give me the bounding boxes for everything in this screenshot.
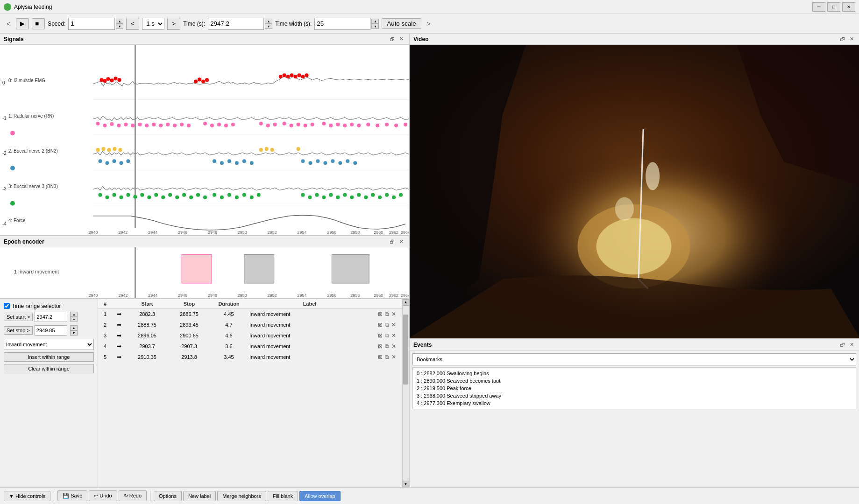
row-resize-button[interactable]: ⊠ <box>377 321 383 329</box>
autoscale-button[interactable]: Auto scale <box>382 18 421 29</box>
new-label-button[interactable]: New label <box>183 491 216 501</box>
time-down-button[interactable]: ▼ <box>265 24 272 29</box>
epoch-close-button[interactable]: ✕ <box>398 238 405 245</box>
row-delete-button[interactable]: ✕ <box>391 353 397 361</box>
row-copy-button[interactable]: ⧉ <box>384 353 390 361</box>
events-close-button[interactable]: ✕ <box>848 341 855 348</box>
row-delete-button[interactable]: ✕ <box>391 332 397 339</box>
set-start-button[interactable]: Set start > <box>4 313 33 321</box>
row-copy-button[interactable]: ⧉ <box>384 343 390 350</box>
svg-point-124 <box>257 193 261 197</box>
set-start-input[interactable] <box>35 312 67 322</box>
row-delete-button[interactable]: ✕ <box>391 343 397 350</box>
time-width-up-button[interactable]: ▲ <box>371 19 379 24</box>
scroll-up-button[interactable]: ▲ <box>403 299 409 306</box>
event-item[interactable]: 2 : 2919.500 Peak force <box>415 385 854 392</box>
set-stop-button[interactable]: Set stop > <box>4 326 33 335</box>
row-label: Inward movement <box>248 343 372 349</box>
nav-back-button[interactable]: < <box>4 19 13 28</box>
row-resize-button[interactable]: ⊠ <box>377 343 383 350</box>
row-resize-button[interactable]: ⊠ <box>377 310 383 318</box>
svg-text:4: Force: 4: Force <box>8 218 26 223</box>
svg-text:-4: -4 <box>2 221 7 226</box>
row-delete-button[interactable]: ✕ <box>391 310 397 318</box>
set-stop-down[interactable]: ▼ <box>70 330 78 336</box>
row-stop: 2913.8 <box>168 354 210 360</box>
redo-button[interactable]: ↻ Redo <box>119 490 147 501</box>
row-arrow[interactable]: ➡ <box>112 343 126 350</box>
svg-point-130 <box>336 196 340 199</box>
svg-text:1  Inward movement: 1 Inward movement <box>14 269 59 274</box>
svg-text:2952: 2952 <box>268 293 277 298</box>
time-next-button[interactable]: > <box>167 18 180 30</box>
scroll-down-button[interactable]: ▼ <box>403 481 409 487</box>
epoch-panel-header: Epoch encoder 🗗 ✕ <box>0 236 409 247</box>
play-button[interactable]: ▶ <box>16 18 29 29</box>
video-restore-button[interactable]: 🗗 <box>838 35 846 42</box>
set-start-down[interactable]: ▼ <box>70 317 78 322</box>
row-arrow[interactable]: ➡ <box>112 354 126 360</box>
time-step-select[interactable]: 1 s <box>142 18 164 30</box>
svg-point-115 <box>189 196 193 199</box>
row-copy-button[interactable]: ⧉ <box>384 321 390 329</box>
row-resize-button[interactable]: ⊠ <box>377 332 383 339</box>
row-label: Inward movement <box>248 333 372 338</box>
time-prev-button[interactable]: < <box>126 18 139 30</box>
minimize-button[interactable]: ─ <box>812 2 825 12</box>
video-content[interactable] <box>410 45 859 338</box>
stop-button[interactable]: ■ <box>32 18 45 29</box>
row-arrow[interactable]: ➡ <box>112 322 126 328</box>
bookmarks-dropdown[interactable]: Bookmarks <box>412 353 856 365</box>
event-item[interactable]: 0 : 2882.000 Swallowing begins <box>415 370 854 377</box>
row-copy-button[interactable]: ⧉ <box>384 332 390 339</box>
options-button[interactable]: Options <box>154 491 182 501</box>
signals-restore-button[interactable]: 🗗 <box>388 35 396 42</box>
row-resize-button[interactable]: ⊠ <box>377 353 383 361</box>
maximize-button[interactable]: □ <box>827 2 840 12</box>
video-close-button[interactable]: ✕ <box>848 35 855 42</box>
merge-neighbors-button[interactable]: Merge neighbors <box>217 491 266 501</box>
time-up-button[interactable]: ▲ <box>265 19 272 24</box>
insert-within-range-button[interactable]: Insert within range <box>4 352 94 362</box>
set-stop-input[interactable] <box>35 325 67 336</box>
epoch-canvas[interactable]: 1 Inward movement <box>0 247 409 298</box>
events-restore-button[interactable]: 🗗 <box>838 341 846 348</box>
row-actions: ⊠ ⧉ ✕ <box>372 332 402 339</box>
fill-blank-button[interactable]: Fill blank <box>268 491 298 501</box>
row-arrow[interactable]: ➡ <box>112 332 126 339</box>
undo-button[interactable]: ↩ Undo <box>89 490 117 501</box>
clear-within-range-button[interactable]: Clear within range <box>4 364 94 373</box>
svg-point-108 <box>140 193 144 197</box>
svg-point-126 <box>308 196 312 199</box>
save-button[interactable]: 💾 Save <box>57 490 87 501</box>
svg-point-30 <box>294 75 298 78</box>
row-arrow[interactable]: ➡ <box>112 311 126 317</box>
signals-canvas[interactable]: 0 -1 -2 -3 -4 0: I2 muscle EMG 1: Radula… <box>0 45 409 235</box>
row-delete-button[interactable]: ✕ <box>391 321 397 329</box>
time-width-down-button[interactable]: ▼ <box>371 24 379 29</box>
event-item[interactable]: 4 : 2977.300 Exemplary swallow <box>415 399 854 407</box>
svg-point-21 <box>117 78 121 82</box>
hide-controls-button[interactable]: ▼ Hide controls <box>4 491 50 501</box>
row-copy-button[interactable]: ⧉ <box>384 310 390 318</box>
svg-point-138 <box>392 196 396 199</box>
signals-close-button[interactable]: ✕ <box>398 35 405 42</box>
event-item[interactable]: 3 : 2968.000 Seaweed stripped away <box>415 392 854 399</box>
speed-input[interactable] <box>68 18 115 30</box>
table-body[interactable]: 1 ➡ 2882.3 2886.75 4.45 Inward movement … <box>98 309 402 487</box>
speed-down-button[interactable]: ▼ <box>116 24 123 29</box>
nav-forward-button[interactable]: > <box>424 19 433 28</box>
event-item[interactable]: 1 : 2890.000 Seaweed becomes taut <box>415 377 854 385</box>
set-start-up[interactable]: ▲ <box>70 312 78 317</box>
signals-panel-header: Signals 🗗 ✕ <box>0 34 409 45</box>
time-width-input[interactable] <box>314 18 370 30</box>
speed-up-button[interactable]: ▲ <box>116 19 123 24</box>
time-input[interactable] <box>208 18 264 30</box>
set-stop-up[interactable]: ▲ <box>70 325 78 330</box>
table-scrollbar[interactable]: ▲ ▼ <box>402 299 409 487</box>
time-range-checkbox[interactable] <box>4 303 10 309</box>
epoch-type-select[interactable]: Inward movement <box>4 339 94 350</box>
epoch-restore-button[interactable]: 🗗 <box>388 238 396 245</box>
allow-overlap-button[interactable]: Allow overlap <box>299 491 340 501</box>
close-button[interactable]: ✕ <box>842 2 855 12</box>
